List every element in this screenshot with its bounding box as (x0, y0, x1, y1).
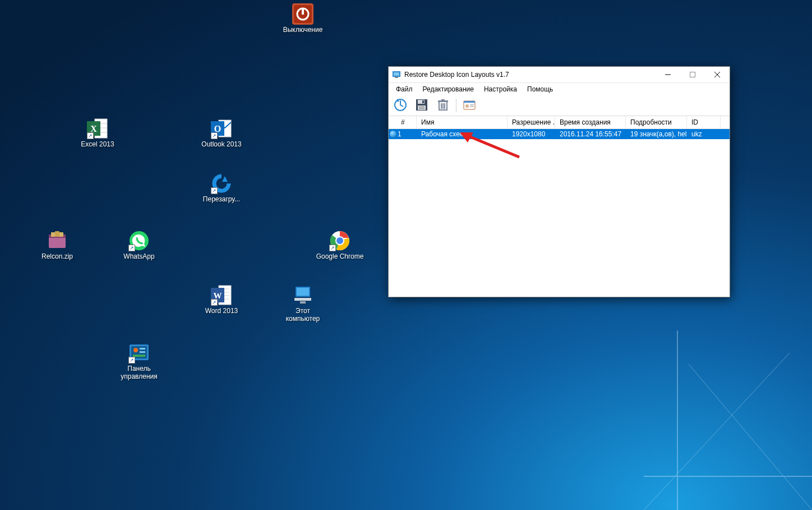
list-header: # Имя Разрешение ... Время создания Подр… (389, 116, 730, 129)
svg-rect-3 (302, 8, 304, 15)
desktop-icon-chrome[interactable]: ↗ Google Chrome (316, 230, 364, 260)
row-details: 19 значк(а,ов), help (626, 130, 687, 138)
zip-icon (47, 230, 68, 251)
row-name: Рабочая схема (417, 130, 507, 138)
background-light-beams (644, 330, 812, 510)
desktop-icon-label: Выключение (279, 26, 327, 34)
menu-settings[interactable]: Настройка (479, 84, 522, 94)
computer-icon (292, 284, 313, 306)
desktop-icon-controlpanel[interactable]: ↗ Панель управления (115, 342, 163, 380)
id-card-icon (463, 99, 476, 113)
menubar: Файл Редактирование Настройка Помощь (389, 83, 730, 95)
row-status-icon (390, 131, 396, 137)
restore-icon (394, 98, 407, 113)
svg-rect-61 (441, 99, 445, 101)
column-created[interactable]: Время создания (555, 116, 626, 128)
delete-button[interactable] (435, 97, 451, 114)
column-name[interactable]: Имя (417, 116, 507, 128)
control-panel-icon: ↗ (128, 342, 150, 364)
column-resolution[interactable]: Разрешение ... (507, 116, 555, 128)
row-id: ukz (687, 130, 721, 138)
svg-rect-42 (395, 77, 398, 78)
desktop-icon-label: Relcon.zip (33, 252, 81, 260)
shortcut-arrow-icon: ↗ (128, 357, 135, 364)
svg-point-36 (133, 348, 138, 352)
desktop-icon-label: Excel 2013 (73, 140, 122, 148)
desktop-icon-relcon[interactable]: Relcon.zip (33, 230, 81, 260)
app-icon (392, 70, 401, 79)
desktop-icon-label: Перезагру... (197, 195, 246, 203)
restart-icon: ↗ (211, 173, 232, 194)
shortcut-arrow-icon: ↗ (211, 187, 218, 194)
titlebar[interactable]: Restore Desktop Icon Layouts v1.7 (389, 67, 730, 83)
svg-rect-41 (394, 72, 399, 76)
whatsapp-icon: ↗ (128, 230, 150, 251)
app-window: Restore Desktop Icon Layouts v1.7 Файл Р… (388, 66, 730, 297)
svg-rect-63 (464, 101, 475, 103)
svg-rect-32 (294, 298, 311, 301)
desktop-icon-label: Outlook 2013 (197, 140, 246, 148)
desktop-icon-word[interactable]: W ↗ Word 2013 (197, 284, 246, 315)
desktop-icon-thispc[interactable]: Этот компьютер (279, 284, 327, 323)
desktop-icon-label: Google Chrome (316, 252, 364, 260)
svg-point-64 (465, 104, 469, 108)
trash-icon (437, 99, 449, 113)
svg-rect-33 (300, 301, 306, 304)
row-number: 1 (398, 130, 402, 138)
shortcut-arrow-icon: ↗ (329, 245, 336, 251)
svg-rect-31 (297, 288, 309, 296)
desktop-icon-restart[interactable]: ↗ Перезагру... (197, 173, 246, 203)
shortcut-arrow-icon: ↗ (211, 299, 218, 306)
shutdown-icon (292, 3, 313, 25)
shortcut-arrow-icon: ↗ (87, 132, 94, 139)
desktop-icon-outlook[interactable]: O ↗ Outlook 2013 (197, 118, 246, 148)
svg-rect-16 (51, 232, 56, 237)
svg-rect-44 (690, 72, 695, 77)
floppy-icon (416, 99, 428, 113)
desktop-icon-whatsapp[interactable]: ↗ WhatsApp (115, 230, 163, 260)
svg-rect-66 (470, 106, 474, 107)
svg-line-72 (689, 364, 812, 510)
window-title: Restore Desktop Icon Layouts v1.7 (404, 71, 656, 79)
svg-rect-65 (470, 104, 474, 105)
svg-rect-38 (140, 351, 145, 353)
svg-point-22 (336, 237, 343, 244)
svg-rect-37 (140, 348, 145, 350)
svg-rect-51 (422, 100, 424, 103)
desktop-icon-label: Панель управления (115, 365, 163, 380)
column-details[interactable]: Подробности (626, 116, 687, 128)
svg-marker-13 (222, 176, 228, 182)
desktop-icon-label: Этот компьютер (279, 307, 327, 323)
svg-line-71 (644, 353, 790, 510)
chrome-icon: ↗ (329, 230, 350, 251)
close-button[interactable] (705, 67, 730, 82)
row-created: 2016.11.24 16:55:47 (555, 130, 626, 138)
table-row[interactable]: 1 Рабочая схема 1920x1080 2016.11.24 16:… (389, 129, 730, 139)
menu-file[interactable]: Файл (391, 84, 418, 94)
excel-icon: X ↗ (87, 118, 108, 139)
toolbar-separator (456, 99, 456, 112)
menu-edit[interactable]: Редактирование (418, 84, 479, 94)
svg-rect-18 (55, 231, 59, 237)
row-resolution: 1920x1080 (507, 130, 555, 138)
user-button[interactable] (461, 97, 478, 114)
maximize-button[interactable] (680, 67, 705, 82)
word-icon: W ↗ (211, 284, 232, 306)
desktop-icon-excel[interactable]: X ↗ Excel 2013 (73, 118, 122, 148)
save-button[interactable] (413, 97, 430, 114)
svg-rect-17 (59, 232, 63, 237)
shortcut-arrow-icon: ↗ (128, 245, 135, 251)
outlook-icon: O ↗ (211, 118, 232, 139)
desktop-icon-label: Word 2013 (197, 307, 246, 315)
desktop-icon-label: WhatsApp (115, 252, 163, 260)
toolbar (389, 95, 730, 116)
restore-button[interactable] (392, 97, 409, 114)
desktop-icon-shutdown[interactable]: Выключение (279, 3, 327, 34)
shortcut-arrow-icon: ↗ (211, 132, 218, 139)
menu-help[interactable]: Помощь (522, 84, 558, 94)
column-num[interactable]: # (389, 116, 417, 128)
minimize-button[interactable] (656, 67, 680, 82)
column-id[interactable]: ID (687, 116, 721, 128)
